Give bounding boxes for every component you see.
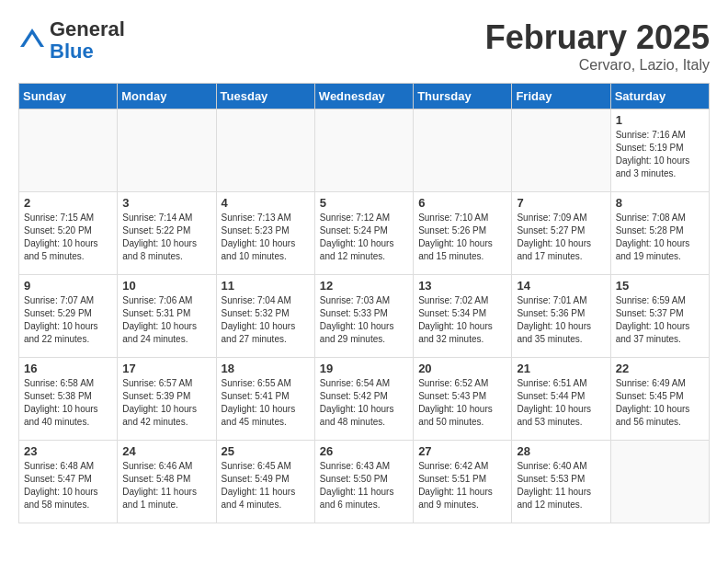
day-number: 16 [24,362,112,375]
day-number: 21 [517,362,605,375]
day-number: 25 [222,444,310,458]
calendar-cell: 26Sunrise: 6:43 AM Sunset: 5:50 PM Dayli… [314,441,413,523]
day-header-sunday: Sunday [19,84,118,109]
day-number: 12 [320,279,408,293]
day-number: 19 [320,362,408,375]
day-number: 8 [616,196,704,210]
title-block: February 2025 Cervaro, Lazio, Italy [485,18,710,74]
calendar-cell: 27Sunrise: 6:42 AM Sunset: 5:51 PM Dayli… [414,441,512,523]
calendar-cell [19,109,118,192]
day-number: 4 [222,196,310,210]
day-info: Sunrise: 7:01 AM Sunset: 5:36 PM Dayligh… [517,294,605,346]
logo: General Blue [18,18,125,63]
day-info: Sunrise: 6:49 AM Sunset: 5:45 PM Dayligh… [616,377,704,429]
calendar-cell: 9Sunrise: 7:07 AM Sunset: 5:29 PM Daylig… [19,275,118,358]
day-header-monday: Monday [118,84,216,109]
day-number: 23 [24,444,112,458]
day-number: 5 [320,196,408,210]
day-info: Sunrise: 7:13 AM Sunset: 5:23 PM Dayligh… [222,212,310,263]
day-number: 14 [517,279,605,293]
calendar-cell: 3Sunrise: 7:14 AM Sunset: 5:22 PM Daylig… [118,192,216,275]
calendar-cell: 2Sunrise: 7:15 AM Sunset: 5:20 PM Daylig… [19,192,118,275]
day-number: 11 [222,279,310,293]
day-number: 18 [222,362,310,375]
day-number: 10 [122,279,210,293]
logo-blue: Blue [50,40,125,63]
day-header-wednesday: Wednesday [314,84,413,109]
calendar-cell: 1Sunrise: 7:16 AM Sunset: 5:19 PM Daylig… [610,109,709,192]
day-number: 3 [122,196,210,210]
calendar-cell: 18Sunrise: 6:55 AM Sunset: 5:41 PM Dayli… [216,358,314,441]
day-info: Sunrise: 6:43 AM Sunset: 5:50 PM Dayligh… [320,460,408,511]
calendar-cell: 12Sunrise: 7:03 AM Sunset: 5:33 PM Dayli… [314,275,413,358]
calendar-cell: 13Sunrise: 7:02 AM Sunset: 5:34 PM Dayli… [414,275,512,358]
day-headers-row: SundayMondayTuesdayWednesdayThursdayFrid… [19,84,710,109]
day-info: Sunrise: 6:42 AM Sunset: 5:51 PM Dayligh… [418,460,506,511]
day-number: 22 [616,362,704,375]
calendar-table: SundayMondayTuesdayWednesdayThursdayFrid… [18,83,710,523]
day-header-saturday: Saturday [610,84,709,109]
day-number: 24 [122,444,210,458]
day-header-friday: Friday [512,84,610,109]
logo-general: General [50,18,125,40]
day-number: 20 [418,362,506,375]
logo-text: General Blue [50,18,125,63]
day-header-thursday: Thursday [414,84,512,109]
calendar-cell [512,109,610,192]
calendar-body: 1Sunrise: 7:16 AM Sunset: 5:19 PM Daylig… [19,109,710,523]
day-info: Sunrise: 7:14 AM Sunset: 5:22 PM Dayligh… [122,212,210,263]
day-info: Sunrise: 6:40 AM Sunset: 5:53 PM Dayligh… [517,460,605,511]
day-info: Sunrise: 7:10 AM Sunset: 5:26 PM Dayligh… [418,212,506,263]
day-info: Sunrise: 7:07 AM Sunset: 5:29 PM Dayligh… [24,294,112,346]
day-info: Sunrise: 6:57 AM Sunset: 5:39 PM Dayligh… [122,377,210,429]
week-row-4: 16Sunrise: 6:58 AM Sunset: 5:38 PM Dayli… [19,358,710,441]
calendar-cell: 4Sunrise: 7:13 AM Sunset: 5:23 PM Daylig… [216,192,314,275]
location: Cervaro, Lazio, Italy [485,57,710,74]
day-info: Sunrise: 6:48 AM Sunset: 5:47 PM Dayligh… [24,460,112,511]
calendar-cell [118,109,216,192]
day-info: Sunrise: 6:45 AM Sunset: 5:49 PM Dayligh… [222,460,310,511]
calendar-cell: 11Sunrise: 7:04 AM Sunset: 5:32 PM Dayli… [216,275,314,358]
logo-icon [18,27,46,54]
day-info: Sunrise: 6:51 AM Sunset: 5:44 PM Dayligh… [517,377,605,429]
day-number: 26 [320,444,408,458]
day-info: Sunrise: 7:12 AM Sunset: 5:24 PM Dayligh… [320,212,408,263]
calendar-cell: 16Sunrise: 6:58 AM Sunset: 5:38 PM Dayli… [19,358,118,441]
day-info: Sunrise: 7:08 AM Sunset: 5:28 PM Dayligh… [616,212,704,263]
calendar-cell: 24Sunrise: 6:46 AM Sunset: 5:48 PM Dayli… [118,441,216,523]
day-number: 7 [517,196,605,210]
week-row-5: 23Sunrise: 6:48 AM Sunset: 5:47 PM Dayli… [19,441,710,523]
day-info: Sunrise: 6:54 AM Sunset: 5:42 PM Dayligh… [320,377,408,429]
day-info: Sunrise: 7:09 AM Sunset: 5:27 PM Dayligh… [517,212,605,263]
day-number: 9 [24,279,112,293]
calendar-cell: 6Sunrise: 7:10 AM Sunset: 5:26 PM Daylig… [414,192,512,275]
day-info: Sunrise: 6:46 AM Sunset: 5:48 PM Dayligh… [122,460,210,511]
calendar-cell: 23Sunrise: 6:48 AM Sunset: 5:47 PM Dayli… [19,441,118,523]
day-number: 15 [616,279,704,293]
day-number: 6 [418,196,506,210]
day-info: Sunrise: 7:15 AM Sunset: 5:20 PM Dayligh… [24,212,112,263]
week-row-3: 9Sunrise: 7:07 AM Sunset: 5:29 PM Daylig… [19,275,710,358]
calendar-cell: 21Sunrise: 6:51 AM Sunset: 5:44 PM Dayli… [512,358,610,441]
day-number: 17 [122,362,210,375]
calendar-cell: 8Sunrise: 7:08 AM Sunset: 5:28 PM Daylig… [610,192,709,275]
calendar-cell: 22Sunrise: 6:49 AM Sunset: 5:45 PM Dayli… [610,358,709,441]
page-header: General Blue February 2025 Cervaro, Lazi… [18,18,710,74]
calendar-cell [610,441,709,523]
day-info: Sunrise: 7:16 AM Sunset: 5:19 PM Dayligh… [616,129,704,180]
calendar-cell [414,109,512,192]
day-header-tuesday: Tuesday [216,84,314,109]
calendar-cell: 5Sunrise: 7:12 AM Sunset: 5:24 PM Daylig… [314,192,413,275]
day-info: Sunrise: 7:06 AM Sunset: 5:31 PM Dayligh… [122,294,210,346]
month-title: February 2025 [485,18,710,57]
calendar-header: SundayMondayTuesdayWednesdayThursdayFrid… [19,84,710,109]
calendar-cell [216,109,314,192]
day-info: Sunrise: 7:04 AM Sunset: 5:32 PM Dayligh… [222,294,310,346]
calendar-cell: 10Sunrise: 7:06 AM Sunset: 5:31 PM Dayli… [118,275,216,358]
day-number: 1 [616,113,704,127]
day-number: 2 [24,196,112,210]
week-row-2: 2Sunrise: 7:15 AM Sunset: 5:20 PM Daylig… [19,192,710,275]
day-info: Sunrise: 6:55 AM Sunset: 5:41 PM Dayligh… [222,377,310,429]
day-info: Sunrise: 6:59 AM Sunset: 5:37 PM Dayligh… [616,294,704,346]
day-number: 27 [418,444,506,458]
